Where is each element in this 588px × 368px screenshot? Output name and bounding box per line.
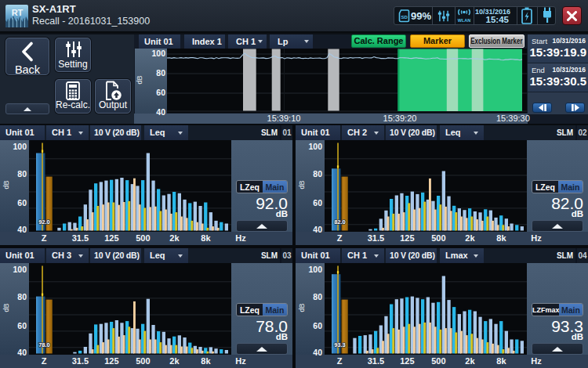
svg-text:RT: RT — [12, 8, 24, 17]
svg-text:82.0: 82.0 — [334, 218, 346, 225]
svg-text:78.0: 78.0 — [38, 341, 50, 348]
svg-text:93.3: 93.3 — [334, 341, 346, 348]
svg-text:WLAN: WLAN — [458, 18, 471, 23]
svg-text:SD: SD — [401, 15, 408, 20]
svg-text:92.0: 92.0 — [38, 218, 50, 225]
